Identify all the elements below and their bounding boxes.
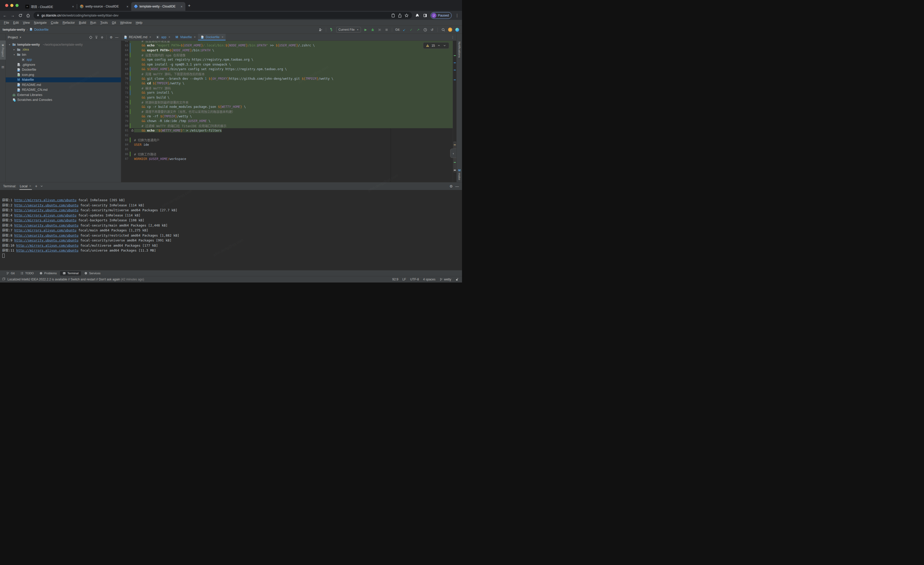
tree-item-icon.png[interactable]: icon.png [6, 72, 121, 77]
new-tab-button[interactable]: + [188, 3, 190, 8]
tree-item-.idea[interactable]: ▸.idea [6, 47, 121, 53]
ide-update-icon[interactable]: ↑ [448, 27, 453, 32]
url-bar[interactable]: go.titanide.cn/ide/web/coding/template-w… [33, 12, 412, 19]
run-with-coverage-icon[interactable] [377, 27, 382, 32]
debug-bug-icon[interactable] [370, 27, 375, 32]
editor-tab-app[interactable]: app× [153, 34, 172, 41]
tree-item-externallibraries[interactable]: External Libraries [6, 92, 121, 98]
terminal-link[interactable]: http://security.ubuntu.com/ubuntu [14, 208, 78, 212]
expand-all-icon[interactable] [94, 35, 99, 39]
code-line-82[interactable]: 82 [121, 133, 453, 138]
code-line-81[interactable]: 81 && echo "${WETTY_HOME}" > /etc/port-f… [121, 128, 453, 133]
terminal-link[interactable]: http://security.ubuntu.com/ubuntu [14, 224, 78, 227]
line-ending[interactable]: LF [402, 278, 406, 281]
side-panel-icon[interactable] [423, 13, 428, 18]
minimize-panel-icon[interactable]: — [455, 184, 459, 188]
toolwindow-services[interactable]: Services [82, 271, 103, 275]
settings-gear-icon[interactable]: ⚙ [109, 35, 113, 39]
close-window-icon[interactable] [5, 4, 8, 7]
editor-code-area[interactable]: 62 # 设置路径环境变量63 && echo "export PATH=${U… [121, 41, 456, 182]
browser-tab[interactable]: wetty-source - CloudIDE× [77, 2, 131, 11]
home-icon[interactable] [26, 13, 30, 18]
hidden-tabs-icon[interactable]: ⋮ [449, 34, 457, 41]
chevron-expanded-icon[interactable]: ▾ [8, 44, 11, 46]
menu-help[interactable]: Help [134, 20, 144, 25]
tree-item-readme_cn.md[interactable]: MDREADME_CN.md [6, 87, 121, 93]
git-push-icon[interactable]: ↗ [416, 27, 420, 32]
menu-refactor[interactable]: Refactor [61, 20, 76, 25]
collapse-editor-icon[interactable]: ‹ [450, 149, 456, 158]
collapse-all-icon[interactable] [100, 35, 104, 39]
code-line-69[interactable]: 69 # 克隆 WeTTY 源码，下面是我修改后的版本 [121, 71, 453, 76]
code-line-79[interactable]: 79 && chown -R ide:ide /tmp $USER_HOME \ [121, 119, 453, 123]
close-tab-icon[interactable]: × [126, 5, 129, 9]
clipboard-icon[interactable] [391, 13, 396, 18]
editor-scrollbar[interactable] [453, 41, 456, 182]
build-hammer-icon[interactable] [329, 27, 334, 32]
window-controls[interactable] [5, 4, 19, 7]
status-message[interactable]: Localized IntelliJ IDEA 2022.2.2 is avai… [8, 278, 144, 281]
code-line-87[interactable]: 87WORKDIR $USER_HOME/workspace [121, 156, 453, 161]
file-encoding[interactable]: UTF-8 [410, 278, 419, 281]
close-tab-icon[interactable]: × [149, 35, 151, 39]
rollback-icon[interactable]: ↺ [430, 27, 434, 32]
toolwindow-problems[interactable]: Problems [37, 271, 59, 275]
code-line-75[interactable]: 75 # 将源码复制到最终部署的文件夹 [121, 100, 453, 105]
browser-tab[interactable]: template-wetty - CloudIDE× [131, 2, 185, 11]
reload-icon[interactable] [18, 13, 22, 18]
bookmark-star-icon[interactable] [404, 13, 409, 18]
terminal-link[interactable]: http://security.ubuntu.com/ubuntu [14, 238, 78, 242]
terminal-link[interactable]: http://mirrors.aliyun.com/ubuntu [14, 228, 76, 232]
forward-icon[interactable]: → [10, 13, 15, 18]
inspections-widget[interactable]: 15 [423, 42, 449, 49]
tree-item-makefile[interactable]: MMakefile [6, 77, 121, 83]
new-terminal-icon[interactable]: + [35, 184, 38, 189]
prev-warning-icon[interactable] [437, 44, 441, 47]
code-line-78[interactable]: 78 && rm -rf ${TMPDIR}/wetty \ [121, 114, 453, 119]
code-line-66[interactable]: 66 && npm config set registry https://re… [121, 57, 453, 62]
tool-stripe-make[interactable]: M make [457, 169, 462, 180]
code-line-77[interactable]: 77 # 清理不再需要的源文件（当然，也可以采用独立的融容器来构建） [121, 109, 453, 114]
code-line-65[interactable]: 65 # 设置为国内的 npm 仓库镜像 [121, 53, 453, 57]
terminal-link[interactable]: http://security.ubuntu.com/ubuntu [14, 203, 78, 207]
terminal-link[interactable]: http://mirrors.aliyun.com/ubuntu [14, 218, 76, 222]
titanide-logo-icon[interactable] [455, 27, 459, 32]
code-line-73[interactable]: 73 && yarn install \ [121, 90, 453, 95]
editor-tab-dockerfile[interactable]: DDockerfile× [198, 34, 226, 41]
breadcrumb-file[interactable]: Dockerfile [34, 28, 49, 32]
code-line-84[interactable]: 84USER ide [121, 143, 453, 147]
menu-code[interactable]: Code [49, 20, 60, 25]
minimize-window-icon[interactable] [10, 4, 14, 7]
toolwindow-todo[interactable]: TODO [18, 271, 36, 275]
chevron-down-icon[interactable]: ▼ [20, 36, 22, 39]
chevron-expanded-icon[interactable]: ▾ [13, 53, 15, 56]
tree-item-bin[interactable]: ▾bin [6, 52, 121, 57]
history-clock-icon[interactable] [423, 27, 428, 32]
code-line-70[interactable]: 70 && git clone --branch dev --depth 1 $… [121, 76, 453, 81]
chevron-down-icon[interactable] [40, 185, 44, 188]
locate-file-icon[interactable] [88, 35, 93, 39]
toolwindow-terminal[interactable]: Terminal [60, 271, 81, 275]
code-line-74[interactable]: 74 && yarn build \ [121, 95, 453, 100]
code-line-85[interactable]: 85 [121, 147, 453, 152]
caret-position[interactable]: 92:9 [392, 278, 398, 281]
code-line-62[interactable]: 62 # 设置路径环境变量 [121, 41, 453, 43]
tree-item-dockerfile[interactable]: DDockerfile [6, 67, 121, 72]
code-line-64[interactable]: 64 && export PATH=${NODE_HOME}/bin:$PATH… [121, 48, 453, 53]
code-line-83[interactable]: 83# 切换为普通用户 [121, 138, 453, 142]
terminal-settings-gear-icon[interactable]: ⚙ [449, 184, 453, 188]
profile-settings-icon[interactable] [318, 27, 323, 32]
git-branch-widget[interactable]: wetty [440, 278, 451, 281]
extensions-puzzle-icon[interactable] [415, 13, 420, 18]
menu-edit[interactable]: Edit [11, 20, 21, 25]
maximize-window-icon[interactable] [15, 4, 19, 7]
breadcrumb-project[interactable]: template-wetty [3, 28, 25, 32]
tree-item-app[interactable]: app [6, 57, 121, 62]
tree-item-readme.md[interactable]: MDREADME.md [6, 82, 121, 87]
code-line-71[interactable]: 71 && cd ${TMPDIR}/wetty \ [121, 81, 453, 86]
close-tab-icon[interactable]: × [71, 5, 75, 9]
code-line-86[interactable]: 86# 切换工作路径 [121, 152, 453, 156]
tree-item-template-wetty[interactable]: ▾template-wetty~/workspace/template-wett… [6, 42, 121, 47]
git-update-icon[interactable]: ↙ [402, 27, 406, 32]
tree-item-.gitignore[interactable]: .gitignore [6, 62, 121, 67]
